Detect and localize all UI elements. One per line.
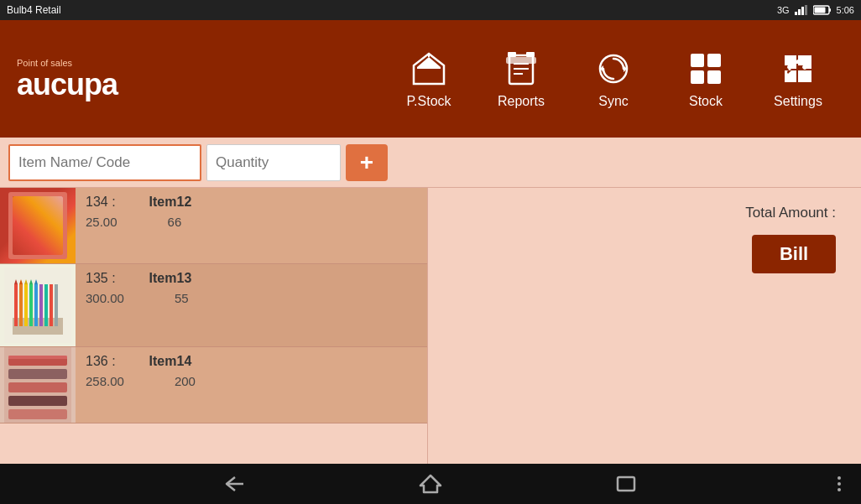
battery-icon — [813, 5, 832, 15]
item-qty: 200 — [175, 374, 196, 388]
svg-rect-49 — [8, 382, 67, 392]
svg-rect-48 — [8, 369, 67, 379]
add-button[interactable]: + — [346, 144, 388, 181]
signal-bars-icon — [795, 5, 808, 15]
svg-rect-54 — [618, 477, 634, 491]
svg-rect-0 — [795, 12, 797, 15]
item-id: 136 : — [86, 354, 116, 369]
back-button[interactable] — [206, 467, 264, 501]
quantity-input[interactable] — [206, 144, 341, 181]
right-panel: Total Amount : Bill — [428, 188, 861, 504]
svg-rect-38 — [50, 284, 53, 326]
nav-item-reports[interactable]: Reports — [475, 40, 567, 117]
svg-rect-2 — [801, 7, 804, 15]
nav-item-stock[interactable]: Stock — [660, 40, 752, 117]
item-thumbnail — [0, 347, 76, 423]
svg-rect-27 — [39, 215, 63, 230]
home-button[interactable] — [402, 467, 459, 501]
input-bar: + — [0, 138, 861, 188]
item-price: 25.00 — [86, 215, 117, 229]
item-info: 136 : Item14 258.00 200 — [76, 347, 427, 423]
svg-rect-37 — [44, 284, 48, 326]
nav-icons: P.Stock Reports — [383, 40, 844, 117]
sync-icon — [593, 49, 634, 89]
item-qty: 55 — [175, 291, 189, 305]
svg-rect-31 — [14, 284, 18, 326]
pstock-label: P.Stock — [406, 94, 451, 109]
stock-label: Stock — [689, 94, 723, 109]
settings-label: Settings — [774, 94, 822, 109]
clock: 5:06 — [837, 5, 854, 15]
header-bar: Point of sales aucupa P.Stock — [0, 20, 861, 138]
reports-label: Reports — [498, 94, 545, 109]
nav-item-settings[interactable]: Settings — [752, 40, 844, 117]
item-info: 135 : Item13 300.00 55 — [76, 264, 427, 346]
nav-item-pstock[interactable]: P.Stock — [383, 40, 475, 117]
item-name: Item12 — [149, 195, 192, 210]
svg-rect-28 — [13, 231, 63, 255]
svg-rect-35 — [34, 284, 38, 326]
dot1 — [838, 476, 841, 480]
item-name: Item14 — [149, 354, 192, 369]
svg-rect-47 — [8, 356, 67, 359]
svg-rect-26 — [39, 196, 63, 213]
reports-icon — [501, 49, 541, 89]
svg-rect-1 — [798, 9, 801, 15]
svg-rect-23 — [707, 70, 721, 84]
svg-rect-22 — [691, 70, 704, 84]
list-item[interactable]: 134 : Item12 25.00 66 — [0, 188, 427, 264]
item-price: 258.00 — [86, 374, 124, 388]
item-thumbnail — [0, 188, 76, 263]
svg-rect-33 — [24, 284, 28, 326]
item-qty: 66 — [168, 215, 182, 229]
bill-button[interactable]: Bill — [752, 235, 836, 273]
item-name-input[interactable] — [8, 144, 201, 181]
item-id: 135 : — [86, 271, 116, 286]
pstock-icon — [409, 49, 449, 89]
status-bar: Bulb4 Retail 3G 5:06 — [0, 0, 861, 20]
svg-rect-15 — [526, 52, 535, 57]
bottom-bar — [0, 464, 861, 504]
dot3 — [838, 488, 841, 491]
svg-marker-53 — [420, 475, 441, 492]
dot2 — [838, 482, 841, 486]
signal-indicator: 3G — [777, 5, 790, 15]
logo-name: aucupa — [17, 70, 117, 100]
settings-icon — [778, 49, 818, 89]
svg-rect-50 — [8, 396, 67, 406]
item-thumbnail — [0, 264, 76, 346]
item-id: 134 : — [86, 195, 116, 210]
svg-rect-25 — [13, 196, 38, 230]
item-info: 134 : Item12 25.00 66 — [76, 188, 427, 263]
svg-rect-20 — [691, 54, 704, 67]
svg-rect-51 — [8, 409, 67, 419]
list-item[interactable]: 136 : Item14 258.00 200 — [0, 347, 427, 423]
svg-rect-6 — [814, 8, 825, 13]
item-price: 300.00 — [86, 291, 124, 305]
item-name: Item13 — [149, 271, 192, 286]
app-title: Bulb4 Retail — [7, 4, 61, 16]
logo-area: Point of sales aucupa — [17, 58, 117, 100]
sync-label: Sync — [598, 94, 629, 109]
svg-rect-3 — [805, 5, 807, 15]
stock-icon — [686, 49, 726, 89]
svg-rect-34 — [29, 284, 33, 326]
nav-item-sync[interactable]: Sync — [567, 40, 660, 117]
status-bar-right: 3G 5:06 — [777, 5, 854, 15]
list-panel: 134 : Item12 25.00 66 — [0, 188, 428, 504]
more-options-button[interactable] — [831, 470, 848, 498]
svg-rect-21 — [707, 54, 721, 67]
bottom-nav-icons — [137, 467, 724, 501]
main-content: 134 : Item12 25.00 66 — [0, 188, 861, 504]
svg-rect-24 — [8, 192, 67, 259]
svg-rect-14 — [508, 52, 516, 57]
total-amount-label: Total Amount : — [745, 205, 836, 221]
recents-button[interactable] — [597, 467, 655, 501]
svg-rect-32 — [19, 284, 23, 326]
svg-rect-5 — [829, 8, 831, 12]
app-container: Point of sales aucupa P.Stock — [0, 20, 861, 504]
list-item[interactable]: 135 : Item13 300.00 55 — [0, 264, 427, 347]
svg-rect-16 — [506, 57, 536, 64]
svg-rect-36 — [39, 284, 43, 326]
svg-rect-39 — [55, 284, 58, 326]
